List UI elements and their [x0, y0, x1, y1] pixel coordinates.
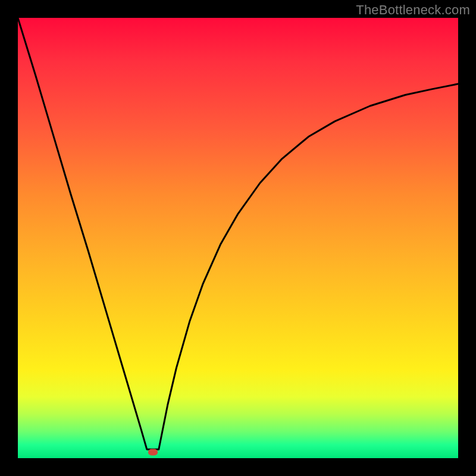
minimum-marker — [148, 449, 158, 456]
chart-frame: TheBottleneck.com — [0, 0, 476, 476]
watermark-text: TheBottleneck.com — [356, 2, 470, 18]
bottleneck-curve — [18, 18, 458, 449]
curve-layer — [18, 18, 458, 458]
